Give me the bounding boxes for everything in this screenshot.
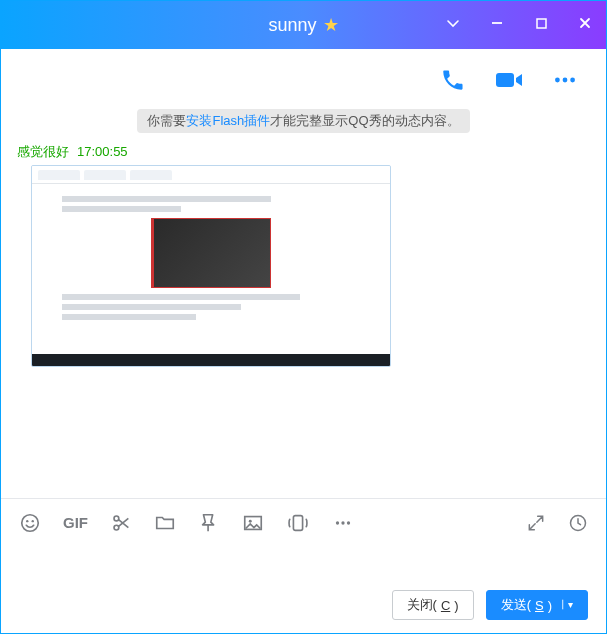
thumb-browser-tabs <box>32 166 390 184</box>
scissors-icon[interactable] <box>110 512 132 534</box>
maximize-button[interactable] <box>528 16 554 34</box>
message-meta: 感觉很好17:00:55 <box>17 143 590 161</box>
svg-point-6 <box>22 514 39 531</box>
history-icon[interactable] <box>568 513 588 533</box>
minimize-button[interactable] <box>484 16 510 34</box>
close-label: 关闭( <box>407 596 437 614</box>
send-suffix: ) <box>548 598 552 613</box>
flash-prefix: 你需要 <box>147 113 186 128</box>
svg-point-8 <box>32 519 34 521</box>
thumb-taskbar <box>32 354 390 366</box>
footer: 关闭(C) 发送(S) 丨▾ <box>1 577 606 633</box>
input-toolbar: GIF <box>1 498 606 546</box>
svg-point-14 <box>336 521 339 524</box>
send-label: 发送( <box>501 596 531 614</box>
send-button[interactable]: 发送(S) 丨▾ <box>486 590 588 620</box>
svg-rect-2 <box>496 73 514 87</box>
more-actions-icon[interactable] <box>552 67 578 93</box>
voice-call-icon[interactable] <box>440 67 466 93</box>
action-row <box>1 49 606 103</box>
flash-install-link[interactable]: 安装Flash插件 <box>186 113 270 128</box>
pin-icon[interactable] <box>198 512 220 534</box>
chat-area: 你需要安装Flash插件才能完整显示QQ秀的动态内容。 感觉很好17:00:55 <box>1 103 606 498</box>
chat-title: sunny ★ <box>268 14 338 36</box>
flash-notice: 你需要安装Flash插件才能完整显示QQ秀的动态内容。 <box>137 109 469 133</box>
svg-point-12 <box>249 519 252 522</box>
close-button[interactable] <box>572 16 598 34</box>
more-tools-icon[interactable] <box>332 512 354 534</box>
star-icon: ★ <box>323 14 339 36</box>
svg-rect-1 <box>537 19 546 28</box>
image-icon[interactable] <box>242 512 264 534</box>
close-key: C <box>441 598 450 613</box>
svg-point-3 <box>555 78 560 83</box>
svg-point-5 <box>570 78 575 83</box>
expand-icon[interactable] <box>526 513 546 533</box>
folder-icon[interactable] <box>154 512 176 534</box>
video-call-icon[interactable] <box>494 67 524 93</box>
send-dropdown-icon[interactable]: 丨▾ <box>558 598 573 612</box>
svg-point-7 <box>26 519 28 521</box>
svg-point-15 <box>341 521 344 524</box>
dropdown-icon[interactable] <box>440 15 466 35</box>
message-image[interactable] <box>31 165 391 367</box>
send-key: S <box>535 598 544 613</box>
svg-rect-13 <box>293 515 302 530</box>
message-time: 17:00:55 <box>77 144 128 159</box>
flash-suffix: 才能完整显示QQ秀的动态内容。 <box>270 113 459 128</box>
gif-icon[interactable]: GIF <box>63 514 88 531</box>
emoji-icon[interactable] <box>19 512 41 534</box>
sender-name: 感觉很好 <box>17 144 69 159</box>
contact-name: sunny <box>268 15 316 36</box>
close-suffix: ) <box>454 598 458 613</box>
svg-point-16 <box>347 521 350 524</box>
close-chat-button[interactable]: 关闭(C) <box>392 590 474 620</box>
shake-icon[interactable] <box>286 512 310 534</box>
window-controls <box>440 1 598 49</box>
titlebar: sunny ★ <box>1 1 606 49</box>
thumb-body <box>32 184 390 354</box>
svg-point-4 <box>563 78 568 83</box>
